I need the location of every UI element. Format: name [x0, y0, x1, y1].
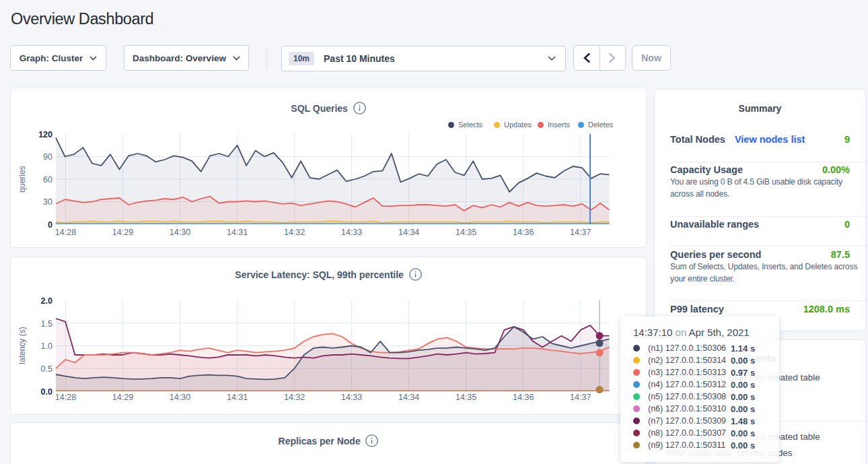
svg-text:14:33: 14:33	[341, 393, 362, 402]
svg-text:2.0: 2.0	[41, 296, 52, 306]
svg-text:14:32: 14:32	[284, 228, 305, 237]
svg-text:0.5: 0.5	[41, 364, 52, 374]
svg-text:14:31: 14:31	[227, 393, 248, 402]
svg-text:14:36: 14:36	[513, 228, 534, 237]
svg-text:14:30: 14:30	[170, 228, 190, 237]
svg-text:queries: queries	[17, 166, 27, 192]
svg-text:30: 30	[43, 197, 52, 207]
svg-text:14:34: 14:34	[398, 228, 419, 237]
svg-text:0: 0	[48, 220, 52, 230]
svg-text:0.0: 0.0	[41, 387, 52, 397]
svg-text:14:30: 14:30	[170, 393, 190, 402]
svg-text:14:37: 14:37	[570, 393, 591, 402]
svg-text:14:35: 14:35	[456, 228, 476, 237]
svg-text:14:32: 14:32	[284, 393, 305, 402]
svg-text:14:28: 14:28	[55, 393, 76, 402]
svg-text:1.0: 1.0	[41, 341, 52, 351]
svg-text:14:31: 14:31	[227, 228, 248, 237]
svg-text:120: 120	[38, 130, 52, 139]
svg-text:60: 60	[43, 175, 52, 185]
svg-text:14:29: 14:29	[112, 228, 133, 237]
svg-text:14:33: 14:33	[341, 228, 362, 237]
svg-text:14:34: 14:34	[398, 393, 419, 402]
svg-text:14:35: 14:35	[456, 393, 476, 402]
svg-text:14:36: 14:36	[513, 393, 534, 402]
svg-text:90: 90	[43, 152, 52, 162]
svg-text:14:28: 14:28	[55, 228, 76, 237]
svg-text:14:37: 14:37	[570, 228, 591, 237]
svg-text:14:29: 14:29	[112, 393, 133, 402]
svg-text:1.5: 1.5	[41, 319, 52, 329]
svg-text:latency (s): latency (s)	[17, 327, 27, 364]
